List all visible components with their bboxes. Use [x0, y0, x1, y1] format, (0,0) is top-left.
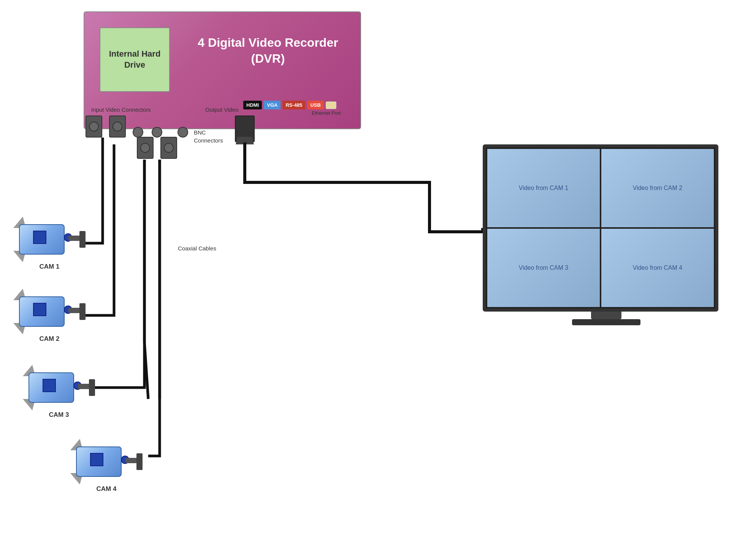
lower-bnc-2 [160, 137, 177, 159]
cam4-label: CAM 4 [68, 485, 144, 493]
lower-bnc-1 [137, 137, 154, 159]
dvr-title: 4 Digital Video Recorder (DVR) [183, 35, 353, 66]
usb-badge: USB [307, 101, 323, 109]
camera-4: CAM 4 [68, 439, 144, 493]
bnc-conn-4 [152, 127, 162, 138]
bnc-conn-3 [133, 127, 143, 138]
bnc-connectors-label: BNC Connectors [194, 128, 223, 144]
ethernet-label: Ethernet Port [312, 110, 341, 116]
coaxial-cables-label: Coaxial Cables [178, 245, 216, 252]
monitor-base [572, 319, 640, 325]
monitor-q3: Video from CAM 3 [487, 229, 600, 307]
cam2-label: CAM 2 [11, 335, 87, 343]
hdmi-badge: HDMI [243, 101, 262, 109]
camera-1: CAM 1 [11, 217, 87, 271]
monitor-q4: Video from CAM 4 [601, 229, 714, 307]
dvr-connectors [86, 116, 188, 138]
port-badges-row: HDMI VGA RS-485 USB [243, 101, 336, 109]
hdd-label: Internal Hard Drive [100, 49, 169, 70]
cam1-label: CAM 1 [11, 263, 87, 271]
hdd-box: Internal Hard Drive [100, 27, 170, 92]
eth-badge [326, 101, 336, 109]
monitor-q2: Video from CAM 2 [601, 149, 714, 227]
monitor-screen: Video from CAM 1 Video from CAM 2 Video … [483, 144, 718, 312]
bnc-conn-1 [86, 116, 102, 138]
output-video-label: Output Video [205, 106, 238, 113]
bnc-conn-5 [178, 127, 188, 138]
monitor-q1: Video from CAM 1 [487, 149, 600, 227]
hdmi-bottom-clip [236, 137, 254, 144]
rs485-badge: RS-485 [282, 101, 305, 109]
input-video-label: Input Video Connectors [91, 106, 151, 113]
bnc-conn-2 [109, 116, 126, 138]
lower-bnc-row [137, 137, 177, 159]
vga-badge: VGA [264, 101, 281, 109]
monitor-stand [591, 312, 621, 319]
monitor: Video from CAM 1 Video from CAM 2 Video … [483, 144, 730, 334]
cam3-label: CAM 3 [21, 411, 97, 419]
camera-2: CAM 2 [11, 289, 87, 343]
camera-3: CAM 3 [21, 365, 97, 419]
